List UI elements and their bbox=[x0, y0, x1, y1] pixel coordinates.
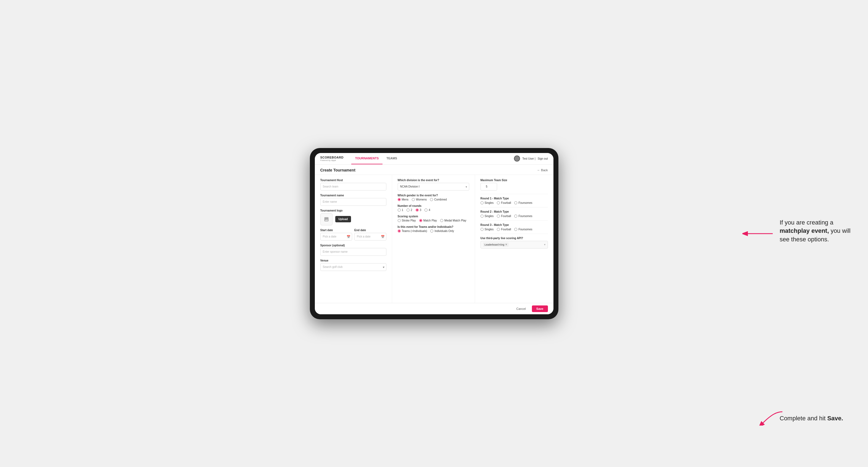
gender-combined-radio[interactable] bbox=[430, 198, 433, 201]
individuals-label: Individuals Only bbox=[434, 229, 454, 232]
teams-radio-group: Teams (+Individuals) Individuals Only bbox=[398, 229, 469, 232]
teams-option[interactable]: Teams (+Individuals) bbox=[398, 229, 427, 232]
round1-options: Singles Fourball Foursomes bbox=[480, 201, 548, 205]
scoring-stroke-radio[interactable] bbox=[398, 219, 401, 222]
round-4-radio[interactable] bbox=[425, 209, 428, 212]
round2-fourball[interactable]: Fourball bbox=[497, 215, 511, 218]
api-remove-icon[interactable]: × bbox=[505, 243, 507, 246]
round-4-label: 4 bbox=[429, 209, 430, 212]
round2-foursomes-radio[interactable] bbox=[514, 215, 517, 218]
rounds-radio-group: 1 2 3 4 bbox=[398, 209, 469, 212]
round1-singles-radio[interactable] bbox=[480, 201, 484, 205]
divider-4 bbox=[480, 234, 548, 234]
round3-singles[interactable]: Singles bbox=[480, 228, 494, 231]
gender-combined-label: Combined bbox=[434, 198, 447, 201]
end-date-label: End date bbox=[354, 229, 386, 232]
navbar: SCOREBOARD Powered by clippit TOURNAMENT… bbox=[315, 153, 553, 165]
scoring-match[interactable]: Match Play bbox=[419, 219, 437, 222]
venue-select-wrapper: ▾ bbox=[320, 263, 386, 271]
round1-foursomes[interactable]: Foursomes bbox=[514, 201, 532, 205]
round-2-label: 2 bbox=[411, 209, 412, 212]
avatar-inner bbox=[515, 156, 520, 161]
sponsor-input[interactable] bbox=[320, 248, 386, 256]
venue-group: Venue ▾ bbox=[320, 259, 386, 271]
round3-fourball[interactable]: Fourball bbox=[497, 228, 511, 231]
round-4[interactable]: 4 bbox=[425, 209, 430, 212]
arrow-bottom-svg bbox=[757, 409, 785, 426]
start-date-label: Start date bbox=[320, 229, 352, 232]
end-date-input[interactable] bbox=[354, 233, 386, 241]
max-team-size-input[interactable] bbox=[480, 183, 497, 191]
page-title: Create Tournament bbox=[320, 168, 355, 172]
round-2-radio[interactable] bbox=[406, 209, 409, 212]
tournament-name-input[interactable] bbox=[320, 198, 386, 206]
back-link[interactable]: ← Back bbox=[537, 168, 548, 172]
round2-foursomes[interactable]: Foursomes bbox=[514, 215, 532, 218]
round2-label: Round 2 - Match Type bbox=[480, 210, 548, 213]
gender-womens-radio[interactable] bbox=[412, 198, 415, 201]
end-date-group: End date 📅 bbox=[354, 229, 386, 241]
teams-group: Is this event for Teams and/or Individua… bbox=[398, 225, 469, 232]
nav-tournaments[interactable]: TOURNAMENTS bbox=[351, 153, 382, 164]
cancel-button[interactable]: Cancel bbox=[513, 306, 529, 312]
round2-match-type: Round 2 - Match Type Singles Fourball bbox=[480, 210, 548, 218]
scoring-medal[interactable]: Medal Match Play bbox=[440, 219, 466, 222]
round2-singles[interactable]: Singles bbox=[480, 215, 494, 218]
arrow-right-top-svg bbox=[742, 225, 775, 242]
sponsor-label: Sponsor (optional) bbox=[320, 244, 386, 247]
gender-mens[interactable]: Mens bbox=[398, 198, 408, 201]
venue-input[interactable] bbox=[320, 263, 386, 271]
save-button[interactable]: Save bbox=[532, 306, 548, 312]
scoring-stroke[interactable]: Stroke Play bbox=[398, 219, 416, 222]
user-name: Test User | bbox=[522, 157, 535, 160]
gender-mens-radio[interactable] bbox=[398, 198, 401, 201]
brand: SCOREBOARD Powered by clippit bbox=[320, 156, 344, 161]
brand-subtitle: Powered by clippit bbox=[320, 159, 344, 161]
scoring-medal-radio[interactable] bbox=[440, 219, 443, 222]
round2-fourball-radio[interactable] bbox=[497, 215, 500, 218]
round2-foursomes-label: Foursomes bbox=[518, 215, 532, 218]
api-select[interactable]: Leaderboard King × ▾ bbox=[480, 241, 548, 249]
teams-label: Is this event for Teams and/or Individua… bbox=[398, 225, 469, 228]
round-3-radio[interactable] bbox=[415, 209, 419, 212]
round-1[interactable]: 1 bbox=[398, 209, 403, 212]
round1-fourball[interactable]: Fourball bbox=[497, 201, 511, 205]
signout-link[interactable]: Sign out bbox=[538, 157, 548, 160]
round3-foursomes-radio[interactable] bbox=[514, 228, 517, 231]
round1-fourball-radio[interactable] bbox=[497, 201, 500, 205]
round-2[interactable]: 2 bbox=[406, 209, 412, 212]
gender-combined[interactable]: Combined bbox=[430, 198, 447, 201]
tournament-name-label: Tournament name bbox=[320, 194, 386, 197]
round2-singles-radio[interactable] bbox=[480, 215, 484, 218]
scoring-match-radio[interactable] bbox=[419, 219, 422, 222]
image-icon bbox=[324, 217, 329, 222]
gender-womens[interactable]: Womens bbox=[412, 198, 427, 201]
round3-foursomes[interactable]: Foursomes bbox=[514, 228, 532, 231]
gender-group: Which gender is the event for? Mens Wome… bbox=[398, 194, 469, 201]
division-select[interactable]: NCAA Division I bbox=[398, 183, 469, 191]
round2-options: Singles Fourball Foursomes bbox=[480, 215, 548, 218]
teams-radio[interactable] bbox=[398, 229, 401, 232]
round-1-radio[interactable] bbox=[398, 209, 401, 212]
round1-foursomes-radio[interactable] bbox=[514, 201, 517, 205]
individuals-option[interactable]: Individuals Only bbox=[430, 229, 454, 232]
round1-singles[interactable]: Singles bbox=[480, 201, 494, 205]
round2-fourball-label: Fourball bbox=[501, 215, 511, 218]
start-date-group: Start date 📅 bbox=[320, 229, 352, 241]
round3-singles-radio[interactable] bbox=[480, 228, 484, 231]
start-date-input[interactable] bbox=[320, 233, 352, 241]
round-3[interactable]: 3 bbox=[415, 209, 422, 212]
tournament-host-label: Tournament Host bbox=[320, 179, 386, 182]
tournament-host-input[interactable] bbox=[320, 183, 386, 191]
upload-button[interactable]: Upload bbox=[335, 216, 351, 222]
tournament-host-group: Tournament Host bbox=[320, 179, 386, 191]
division-label: Which division is the event for? bbox=[398, 179, 469, 182]
individuals-radio[interactable] bbox=[430, 229, 433, 232]
division-group: Which division is the event for? NCAA Di… bbox=[398, 179, 469, 191]
annotation-right: If you are creating a matchplay event, y… bbox=[780, 218, 851, 244]
nav-teams[interactable]: TEAMS bbox=[382, 153, 401, 164]
round1-foursomes-label: Foursomes bbox=[518, 201, 532, 205]
round3-singles-label: Singles bbox=[485, 228, 494, 231]
annotation-bottom: Complete and hit Save. bbox=[780, 414, 851, 423]
round3-fourball-radio[interactable] bbox=[497, 228, 500, 231]
